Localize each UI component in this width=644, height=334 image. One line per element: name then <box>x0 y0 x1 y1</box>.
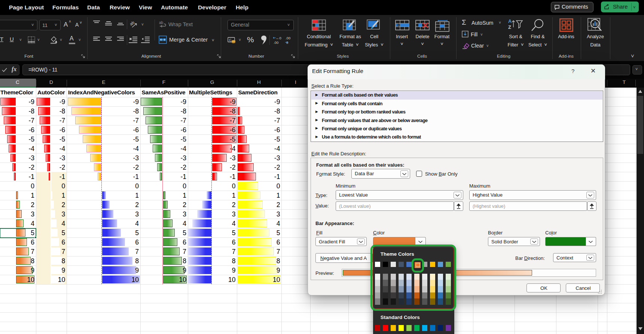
svg-text:←0: ←0 <box>276 36 281 40</box>
svg-text:C: C <box>229 38 232 42</box>
svg-text:.00: .00 <box>286 36 290 40</box>
svg-text:A: A <box>508 18 512 24</box>
svg-text:ab: ab <box>159 21 164 25</box>
svg-text:.00: .00 <box>274 40 278 45</box>
svg-text:Z: Z <box>508 24 511 30</box>
